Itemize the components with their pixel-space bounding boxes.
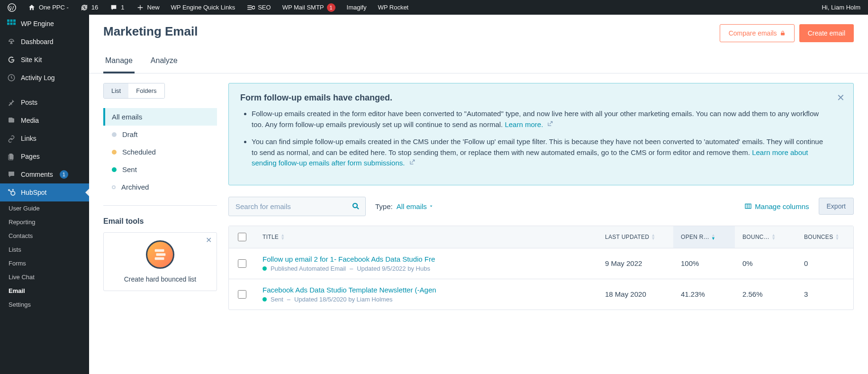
row-checkbox[interactable] xyxy=(238,259,246,268)
cell-open-rate: 100% xyxy=(673,248,735,279)
refresh-icon xyxy=(80,3,89,12)
google-icon xyxy=(7,55,16,64)
tab-analyze[interactable]: Analyze xyxy=(149,52,180,73)
th-bounce-rate[interactable]: BOUNC… ▲▼ xyxy=(735,226,796,248)
sidebar-sub-lists[interactable]: Lists xyxy=(0,243,89,256)
view-toggle: List Folders xyxy=(103,83,165,99)
page-tabs: Manage Analyze xyxy=(89,42,868,73)
wordpress-icon xyxy=(8,3,16,12)
compare-emails-button[interactable]: Compare emails xyxy=(720,24,795,42)
create-email-button[interactable]: Create email xyxy=(799,24,854,42)
close-icon[interactable]: ✕ xyxy=(206,236,212,245)
svg-rect-5 xyxy=(7,23,9,25)
comments-link[interactable]: 1 xyxy=(106,0,128,15)
site-link[interactable]: One PPC - xyxy=(24,0,72,15)
filter-archived[interactable]: Archived xyxy=(103,178,217,196)
sidebar-item-hubspot[interactable]: HubSpot xyxy=(0,183,89,201)
sidebar-item-dashboard[interactable]: Dashboard xyxy=(0,33,89,51)
th-title[interactable]: TITLE ▲▼ xyxy=(255,226,597,248)
sidebar-item-links[interactable]: Links xyxy=(0,129,89,147)
updates-link[interactable]: 16 xyxy=(76,0,102,15)
select-all-checkbox[interactable] xyxy=(238,233,246,241)
export-button[interactable]: Export xyxy=(819,198,854,215)
status-dot-icon xyxy=(262,297,267,301)
sidebar-sub-email[interactable]: Email xyxy=(0,284,89,298)
svg-rect-7 xyxy=(13,23,16,25)
sidebar-sub-forms[interactable]: Forms xyxy=(0,256,89,270)
imagify-link[interactable]: Imagify xyxy=(343,0,371,15)
filter-draft[interactable]: Draft xyxy=(103,126,217,143)
sidebar-item-comments[interactable]: Comments 1 xyxy=(0,165,89,183)
seo-link[interactable]: SEO xyxy=(243,0,274,15)
svg-point-15 xyxy=(353,203,357,208)
sort-icon: ▲▼ xyxy=(771,234,776,240)
user-greeting[interactable]: Hi, Liam Holm xyxy=(818,0,864,15)
external-link-icon xyxy=(547,120,553,127)
hubspot-icon xyxy=(7,188,16,197)
seo-icon xyxy=(246,3,255,12)
lock-icon xyxy=(780,30,786,36)
email-meta: Sent – Updated 18/5/2020 by Liam Holmes xyxy=(262,296,590,303)
filter-scheduled[interactable]: Scheduled xyxy=(103,143,217,161)
row-checkbox[interactable] xyxy=(238,290,246,299)
search-icon[interactable] xyxy=(352,202,360,210)
sidebar-item-wpengine[interactable]: WP Engine xyxy=(0,15,89,33)
plus-icon xyxy=(136,3,145,12)
sidebar-sub-livechat[interactable]: Live Chat xyxy=(0,270,89,284)
svg-rect-12 xyxy=(155,249,164,252)
pin-icon xyxy=(7,98,16,107)
sidebar-item-sitekit[interactable]: Site Kit xyxy=(0,51,89,69)
sidebar-sub-contacts[interactable]: Contacts xyxy=(0,229,89,243)
sort-icon: ▲▼ xyxy=(651,234,655,240)
th-checkbox xyxy=(229,226,255,248)
link-icon xyxy=(7,134,16,143)
cell-updated: 18 May 2020 xyxy=(597,279,673,310)
learn-more-link-1[interactable]: Learn more. xyxy=(505,120,543,128)
wp-logo[interactable] xyxy=(4,0,20,15)
updates-count: 16 xyxy=(91,4,98,11)
wp-sidebar: WP Engine Dashboard Site Kit Activity Lo… xyxy=(0,15,89,374)
th-updated[interactable]: LAST UPDATED ▲▼ xyxy=(597,226,673,248)
filter-sent[interactable]: Sent xyxy=(103,161,217,178)
email-title-link[interactable]: Follow up email 2 for 1- Facebook Ads Da… xyxy=(262,255,590,263)
wprocket-link[interactable]: WP Rocket xyxy=(374,0,412,15)
type-dropdown[interactable]: All emails xyxy=(397,202,434,210)
tab-manage[interactable]: Manage xyxy=(103,52,135,73)
email-tools-title: Email tools xyxy=(103,217,217,226)
cell-open-rate: 41.23% xyxy=(673,279,735,310)
wpengine-quicklinks[interactable]: WP Engine Quick Links xyxy=(167,0,239,15)
cell-updated: 9 May 2022 xyxy=(597,248,673,279)
sidebar-item-posts[interactable]: Posts xyxy=(0,93,89,111)
status-dot-icon xyxy=(262,266,267,271)
comment-icon xyxy=(7,170,16,179)
filter-all[interactable]: All emails xyxy=(103,108,217,126)
site-name: One PPC - xyxy=(39,4,69,11)
sidebar-item-pages[interactable]: Pages xyxy=(0,147,89,165)
smtp-link[interactable]: WP Mail SMTP 1 xyxy=(279,0,339,15)
manage-columns-button[interactable]: Manage columns xyxy=(744,202,809,210)
emails-table: TITLE ▲▼ LAST UPDATED ▲▼ OPEN R… ▲▼ BO xyxy=(228,226,854,310)
email-title-link[interactable]: Facebook Ads Data Studio Template Newsle… xyxy=(262,286,590,294)
search-input[interactable] xyxy=(228,197,366,216)
toggle-list[interactable]: List xyxy=(104,83,128,98)
new-link[interactable]: New xyxy=(132,0,163,15)
sidebar-sub-reporting[interactable]: Reporting xyxy=(0,215,89,229)
sidebar-item-media[interactable]: Media xyxy=(0,111,89,129)
th-open-rate[interactable]: OPEN R… ▲▼ xyxy=(673,226,735,248)
home-icon xyxy=(27,3,36,12)
external-link-icon xyxy=(409,159,416,165)
main-content: Marketing Email Compare emails Create em… xyxy=(89,15,868,374)
wp-admin-bar: One PPC - 16 1 New WP Engine Quick Links xyxy=(0,0,868,15)
close-icon[interactable]: ✕ xyxy=(837,92,845,103)
sidebar-item-activity[interactable]: Activity Log xyxy=(0,69,89,87)
th-bounces[interactable]: BOUNCES ▲▼ xyxy=(796,226,853,248)
svg-rect-3 xyxy=(10,19,13,22)
search-box xyxy=(228,197,366,216)
toggle-folders[interactable]: Folders xyxy=(128,83,164,98)
dot-icon xyxy=(112,185,116,189)
sidebar-sub-settings[interactable]: Settings xyxy=(0,298,89,311)
tool-illustration xyxy=(146,240,174,269)
sidebar-sub-userguide[interactable]: User Guide xyxy=(0,201,89,215)
notice-title: Form follow-up emails have changed. xyxy=(240,93,830,103)
tool-card-bounced[interactable]: ✕ Create hard bounced list xyxy=(103,232,217,291)
